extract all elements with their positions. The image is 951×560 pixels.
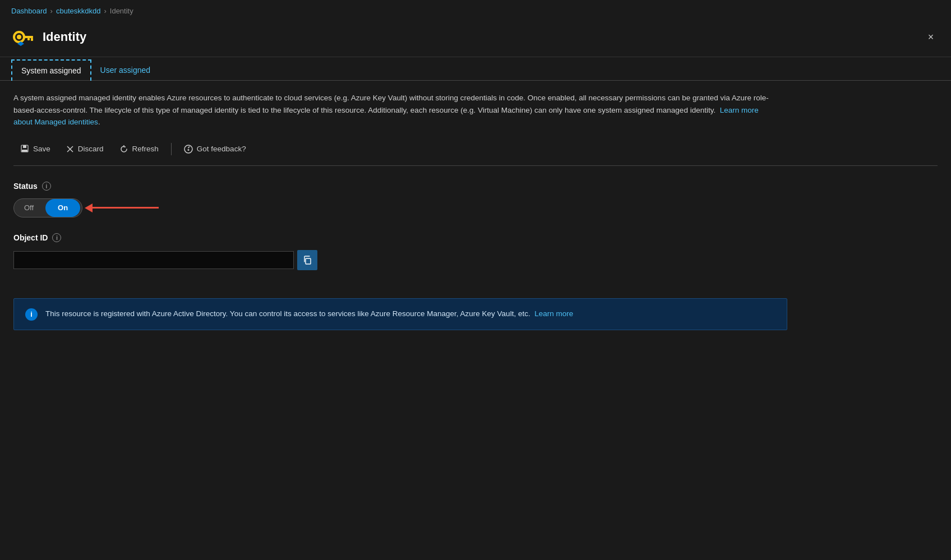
save-icon	[20, 145, 29, 154]
header-left: Identity	[11, 25, 86, 49]
status-section: Status i Off On	[13, 182, 938, 217]
description-text: A system assigned managed identity enabl…	[13, 92, 770, 128]
toolbar-divider	[171, 143, 172, 155]
svg-rect-2	[23, 36, 33, 38]
breadcrumb: Dashboard › cbuteskkdkdd › Identity	[0, 0, 951, 20]
page-title: Identity	[43, 30, 86, 44]
info-banner-icon: i	[25, 308, 38, 321]
tab-user-assigned[interactable]: User assigned	[91, 60, 160, 80]
info-banner: i This resource is registered with Azure…	[13, 298, 787, 330]
breadcrumb-resource[interactable]: cbuteskkdkdd	[56, 7, 101, 15]
breadcrumb-current: Identity	[110, 7, 133, 15]
arrow-line	[91, 207, 159, 209]
content-area: A system assigned managed identity enabl…	[0, 81, 951, 341]
toggle-off-option[interactable]: Off	[14, 199, 44, 217]
save-button[interactable]: Save	[13, 141, 57, 158]
toolbar: Save Discard Refresh Got feedback?	[13, 141, 938, 166]
toggle-on-option[interactable]: On	[45, 199, 80, 217]
tabs-bar: System assigned User assigned	[0, 59, 951, 81]
object-id-info-icon[interactable]: i	[52, 233, 61, 242]
svg-point-1	[17, 35, 21, 39]
svg-rect-7	[23, 145, 26, 148]
status-info-icon[interactable]: i	[42, 182, 51, 191]
status-label: Status i	[13, 182, 938, 191]
svg-rect-3	[31, 38, 33, 41]
discard-icon	[66, 145, 74, 153]
arrow-indicator	[91, 207, 159, 209]
feedback-button[interactable]: Got feedback?	[177, 141, 253, 158]
key-icon	[11, 25, 35, 49]
page-header: Identity ×	[0, 20, 951, 57]
info-banner-link[interactable]: Learn more	[534, 309, 573, 318]
toggle-container: Off On	[13, 198, 938, 217]
object-id-input[interactable]	[13, 251, 294, 269]
object-id-section: Object ID i	[13, 233, 938, 270]
svg-rect-12	[306, 258, 311, 264]
feedback-icon	[184, 145, 193, 154]
svg-point-11	[188, 149, 189, 150]
status-toggle[interactable]: Off On	[13, 198, 82, 217]
refresh-button[interactable]: Refresh	[113, 141, 165, 158]
breadcrumb-sep1: ›	[50, 7, 53, 15]
breadcrumb-sep2: ›	[104, 7, 106, 15]
info-banner-text: This resource is registered with Azure A…	[45, 308, 573, 320]
description-body: A system assigned managed identity enabl…	[13, 94, 769, 114]
copy-button[interactable]	[297, 250, 317, 270]
discard-button[interactable]: Discard	[59, 141, 110, 157]
breadcrumb-dashboard[interactable]: Dashboard	[11, 7, 47, 15]
object-id-row	[13, 250, 938, 270]
object-id-label: Object ID i	[13, 233, 938, 242]
svg-rect-8	[22, 150, 27, 152]
tab-system-assigned[interactable]: System assigned	[11, 59, 91, 81]
close-button[interactable]: ×	[922, 28, 940, 46]
refresh-icon	[119, 145, 128, 154]
svg-rect-4	[27, 38, 30, 40]
copy-icon	[303, 256, 312, 265]
